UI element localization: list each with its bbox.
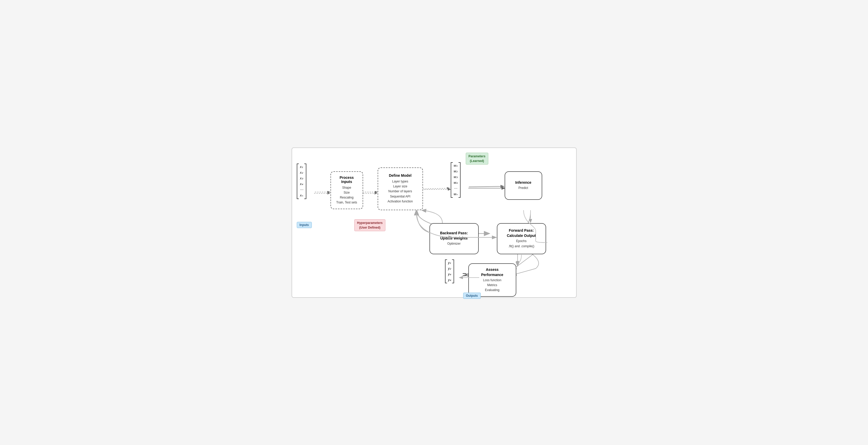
process-inputs-rescaling: Rescaling (340, 195, 353, 200)
output-y4: y₄ (448, 278, 451, 282)
equals-sign: ⊃ (462, 272, 467, 278)
assess-subtitle: Performance (481, 273, 503, 277)
arrows-svg (292, 148, 576, 297)
output-y3: y₄ (448, 272, 451, 277)
inference-box: Inference Predict (505, 171, 542, 200)
define-model-num-layers: Number of layers (388, 189, 412, 194)
inference-title: Inference (515, 180, 531, 185)
define-model-seq-api: Sequential API (390, 194, 410, 199)
backward-pass-title: Backward Pass: (440, 231, 468, 235)
process-inputs-title: Process Inputs (336, 176, 358, 184)
define-model-layer-size: Layer size (393, 184, 407, 189)
output-y2: y₂ (448, 266, 451, 271)
define-model-box: Define Model Layer types Layer size Numb… (378, 167, 423, 210)
forward-pass-title: Forward Pass: (509, 228, 534, 232)
assess-evaluating: Evaluating (485, 288, 499, 293)
process-inputs-size: Size (344, 190, 350, 195)
process-inputs-box: Process Inputs Shape Size Rescaling Trai… (331, 171, 363, 210)
input-x4: x₄ (300, 182, 303, 186)
weight-w1: w₁ (454, 163, 458, 168)
forward-pass-epochs: Epochs (516, 239, 526, 244)
define-model-layer-types: Layer types (392, 179, 408, 184)
weight-wn: wₙ (454, 192, 458, 196)
process-inputs-shape: Shape (342, 185, 351, 190)
assess-loss: Loss function (483, 278, 501, 283)
backward-pass-subtitle: Update Weights (440, 236, 468, 240)
svg-line-10 (469, 186, 504, 187)
define-model-title: Define Model (389, 173, 411, 178)
input-xn: xₙ (300, 193, 303, 198)
output-matrix: y₁ y₂ y₄ y₄ (445, 259, 454, 284)
process-inputs-traintest: Train, Test sets (336, 200, 357, 205)
input-matrix: x₁ x₂ x₃ x₄ ⋯ xₙ (297, 163, 306, 199)
assess-performance-box: Assess Performance Loss function Metrics… (468, 263, 516, 297)
forward-pass-box: Forward Pass: Calculate Output Epochs .f… (497, 223, 546, 254)
forward-pass-subtitle: Calculate Output (507, 233, 536, 238)
outputs-badge: Outputs (463, 293, 481, 299)
input-x3: x₃ (300, 176, 303, 181)
input-dots: ⋯ (300, 187, 303, 192)
assess-metrics: Metrics (487, 283, 497, 288)
backward-pass-optimizer: Optimizer (447, 241, 461, 246)
diagram-container: x₁ x₂ x₃ x₄ ⋯ xₙ Inputs Process Inputs S… (291, 148, 577, 298)
input-x2: x₂ (300, 170, 303, 175)
weight-w4: w₄ (454, 180, 458, 185)
weight-w2: w₂ (454, 169, 458, 173)
inputs-badge: Inputs (297, 222, 312, 228)
assess-title: Assess (486, 267, 498, 272)
output-y1: y₁ (448, 260, 451, 265)
input-x1: x₁ (300, 165, 303, 169)
forward-pass-fit: .fit() and .compile() (508, 244, 534, 249)
parameters-badge: Parameters (Learned) (466, 153, 488, 165)
define-model-activation: Activation function (388, 199, 413, 204)
svg-line-9 (423, 188, 450, 189)
flow-arrows (292, 148, 576, 297)
hyperparameters-badge: Hyperparameters (User Defined) (354, 219, 386, 231)
weights-matrix: w₁ w₂ w₃ w₄ ⋯ wₙ (451, 162, 461, 198)
inference-predict: Predict (518, 186, 528, 190)
weight-w3: w₃ (454, 175, 458, 179)
weight-dots: ⋯ (454, 186, 458, 191)
backward-pass-box: Backward Pass: Update Weights Optimizer (430, 223, 479, 254)
